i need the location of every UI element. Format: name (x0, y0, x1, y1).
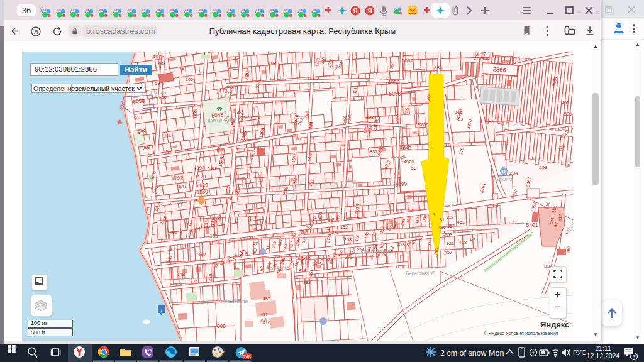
svg-text:437: 437 (260, 312, 268, 317)
svg-text:4843: 4843 (400, 145, 411, 151)
svg-text:36: 36 (366, 79, 370, 82)
svg-text:5099: 5099 (395, 180, 408, 187)
svg-text:490: 490 (170, 230, 177, 234)
svg-text:495: 495 (562, 100, 570, 106)
svg-text:81: 81 (440, 217, 445, 222)
svg-text:2: 2 (428, 241, 431, 246)
svg-text:↓: ↓ (160, 307, 163, 313)
svg-text:188: 188 (208, 166, 216, 172)
svg-text:4977: 4977 (418, 121, 428, 127)
svg-text:2866: 2866 (492, 65, 506, 73)
svg-text:534: 534 (155, 80, 164, 86)
svg-text:Каламита: Каламита (494, 177, 513, 182)
svg-text:836: 836 (434, 65, 443, 70)
svg-text:258: 258 (344, 237, 352, 243)
svg-text:1: 1 (433, 212, 435, 217)
svg-text:64: 64 (158, 62, 164, 66)
svg-text:3: 3 (633, 354, 635, 359)
svg-text:5067: 5067 (402, 58, 413, 63)
svg-text:106: 106 (186, 77, 194, 82)
svg-text:5708: 5708 (293, 114, 299, 125)
svg-text:148: 148 (177, 272, 186, 277)
svg-text:172: 172 (314, 214, 323, 220)
svg-text:1473: 1473 (216, 88, 228, 94)
svg-text:1394: 1394 (194, 165, 206, 171)
svg-text:5070: 5070 (395, 114, 400, 124)
svg-text:8: 8 (182, 66, 184, 70)
svg-text:2020: 2020 (197, 182, 209, 188)
svg-text:Новый пляж: Новый пляж (221, 299, 248, 304)
svg-text:321: 321 (353, 87, 358, 95)
svg-text:14: 14 (186, 222, 191, 227)
svg-text:Школа: Школа (151, 90, 167, 96)
svg-text:343: 343 (299, 267, 306, 272)
svg-text:Береговая ул.: Береговая ул. (406, 270, 437, 277)
svg-text:5432: 5432 (504, 41, 512, 50)
svg-text:367: 367 (447, 224, 455, 228)
svg-text:234: 234 (509, 170, 518, 176)
svg-text:490: 490 (198, 251, 206, 257)
svg-text:819: 819 (397, 243, 405, 247)
svg-text:333: 333 (303, 280, 311, 285)
svg-text:227: 227 (447, 215, 454, 219)
svg-text:451: 451 (457, 219, 465, 225)
svg-text:12.12.2024: 12.12.2024 (587, 352, 620, 359)
svg-text:641: 641 (179, 184, 187, 190)
svg-text:5066: 5066 (389, 90, 401, 97)
svg-text:506: 506 (564, 111, 572, 117)
svg-text:248: 248 (243, 354, 251, 359)
svg-text:457: 457 (445, 250, 453, 255)
svg-text:6013: 6013 (354, 204, 360, 214)
svg-text:-201: -201 (238, 115, 248, 121)
svg-text:5404: 5404 (426, 93, 431, 103)
svg-text:288: 288 (347, 114, 352, 121)
svg-text:42: 42 (470, 237, 475, 243)
svg-text:21:11: 21:11 (595, 344, 611, 352)
svg-text:1553: 1553 (341, 116, 347, 126)
svg-text:1485: 1485 (192, 109, 197, 119)
svg-text:452: 452 (263, 297, 270, 301)
svg-text:436: 436 (438, 225, 446, 229)
svg-text:662: 662 (235, 109, 244, 116)
svg-text:5486: 5486 (479, 55, 490, 61)
svg-text:921: 921 (447, 241, 455, 246)
svg-text:Я: Я (367, 8, 372, 14)
svg-text:831: 831 (370, 149, 378, 155)
svg-text:1869: 1869 (197, 189, 209, 195)
svg-text:919: 919 (134, 114, 142, 121)
svg-text:200: 200 (345, 255, 352, 260)
svg-text:152: 152 (340, 225, 348, 229)
svg-text:ПКК•РФ: ПКК•РФ (253, 173, 363, 200)
svg-text:ая ул.: ая ул. (445, 202, 458, 208)
svg-text:рячок: рячок (394, 154, 406, 160)
svg-text:П: П (502, 169, 505, 173)
svg-text:Я: Я (353, 8, 357, 14)
svg-text:4976: 4976 (153, 53, 165, 60)
svg-text:50: 50 (411, 165, 416, 171)
svg-text:408: 408 (459, 239, 467, 245)
svg-text:-263: -263 (443, 233, 452, 237)
svg-text:67: 67 (253, 241, 258, 246)
svg-text:4920: 4920 (404, 159, 414, 165)
svg-text:459: 459 (163, 149, 171, 155)
svg-text:999: 999 (142, 144, 150, 150)
svg-text:1797: 1797 (172, 175, 184, 181)
svg-text:Юбилейная ул.: Юбилейная ул. (360, 248, 394, 255)
svg-text:5401: 5401 (526, 222, 538, 228)
svg-text:4958: 4958 (388, 79, 400, 85)
svg-text:771: 771 (496, 43, 503, 51)
svg-text:2 cm of snow Mon: 2 cm of snow Mon (440, 349, 504, 358)
svg-text:416: 416 (263, 321, 270, 325)
svg-text:182: 182 (269, 60, 277, 66)
svg-text:6058: 6058 (133, 97, 145, 104)
svg-text:999: 999 (138, 128, 146, 134)
svg-text:303: 303 (366, 114, 374, 120)
svg-text:300: 300 (217, 323, 226, 329)
svg-text:1129: 1129 (195, 173, 206, 180)
svg-text:155: 155 (210, 233, 218, 239)
svg-text:271: 271 (331, 230, 339, 234)
svg-text:941: 941 (163, 133, 171, 139)
svg-text:РУС: РУС (573, 349, 586, 356)
svg-text:298: 298 (539, 165, 548, 170)
